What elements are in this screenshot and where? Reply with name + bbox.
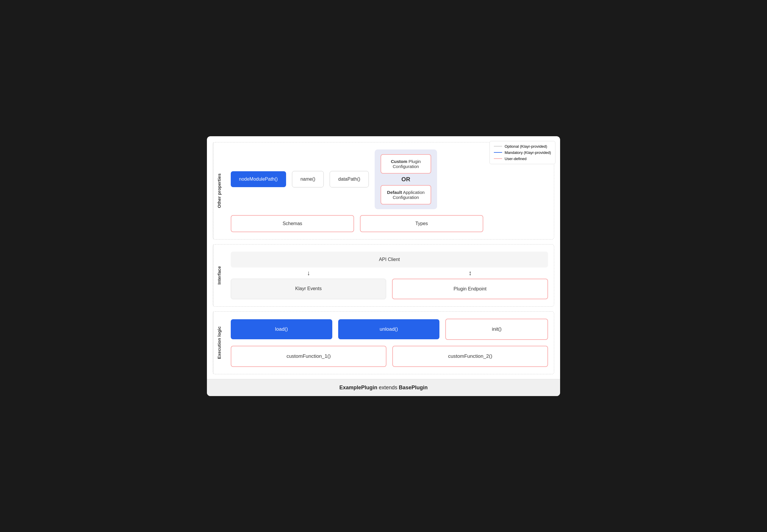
arrow-left-col: ↓ [231,270,386,276]
arrows-row: ↓ ↕ [231,267,548,279]
plugin-endpoint-box: Plugin Endpoint [392,279,548,299]
section-label-execution-logic: Execution logic [213,312,225,374]
legend-line-user-defined [494,158,502,159]
legend-label-user-defined: User-defined [504,157,526,161]
types-box: Types [360,215,483,232]
section-label-other-properties: Other properties [213,142,225,239]
footer-bar: ExamplePlugin extends BasePlugin [207,379,560,396]
api-client-box: API Client [231,252,548,267]
section-execution-logic: Execution logic load() unload() init() c… [213,311,554,374]
arrow-right-col: ↕ [392,270,548,276]
footer-extends: extends [377,385,399,390]
legend: Optional (Klayr-provided) Mandatory (Kla… [489,141,555,164]
or-text: OR [401,176,410,183]
diagram-container: Optional (Klayr-provided) Mandatory (Kla… [207,136,560,396]
section-interface: Interface API Client ↓ ↕ Klayr Events [213,244,554,307]
init-box: init() [445,319,548,340]
legend-item-mandatory: Mandatory (Klayr-provided) [494,150,551,155]
section-content-interface: API Client ↓ ↕ Klayr Events Plugin Endpo… [225,245,554,306]
legend-line-optional [494,146,502,147]
interface-content: API Client ↓ ↕ Klayr Events Plugin Endpo… [231,252,548,299]
props-row-2: Schemas Types [231,215,548,232]
legend-line-mandatory [494,152,502,153]
load-button[interactable]: load() [231,319,332,339]
custom-plugin-config-box: Custom PluginConfiguration [381,154,431,174]
exec-content: load() unload() init() customFunction_1(… [231,319,548,367]
config-block: Custom PluginConfiguration OR Default Ap… [375,149,437,209]
node-module-path-button[interactable]: nodeModulePath() [231,171,286,187]
diagram-area: Other properties nodeModulePath() name()… [207,136,560,374]
footer-base-plugin: BasePlugin [399,385,428,390]
legend-label-mandatory: Mandatory (Klayr-provided) [504,150,551,155]
custom-label: Custom [391,159,407,164]
unload-button[interactable]: unload() [338,319,440,339]
arrow-down-icon: ↓ [307,270,310,276]
default-label: Default [387,190,402,195]
legend-label-optional: Optional (Klayr-provided) [504,144,547,149]
section-content-execution-logic: load() unload() init() customFunction_1(… [225,312,554,374]
section-label-interface: Interface [213,245,225,306]
name-box: name() [292,171,324,187]
klayr-events-box: Klayr Events [231,279,386,299]
custom-function-1-box: customFunction_1() [231,346,386,367]
default-app-config-box: Default ApplicationConfiguration [381,185,431,205]
legend-item-optional: Optional (Klayr-provided) [494,144,551,149]
arrow-updown-icon: ↕ [469,270,472,276]
footer-example-plugin: ExamplePlugin [339,385,377,390]
interface-boxes-row: Klayr Events Plugin Endpoint [231,279,548,299]
custom-function-2-box: customFunction_2() [392,346,548,367]
schemas-box: Schemas [231,215,354,232]
legend-item-user-defined: User-defined [494,157,551,161]
data-path-box: dataPath() [330,171,369,187]
exec-row-2: customFunction_1() customFunction_2() [231,346,548,367]
exec-row-1: load() unload() init() [231,319,548,340]
